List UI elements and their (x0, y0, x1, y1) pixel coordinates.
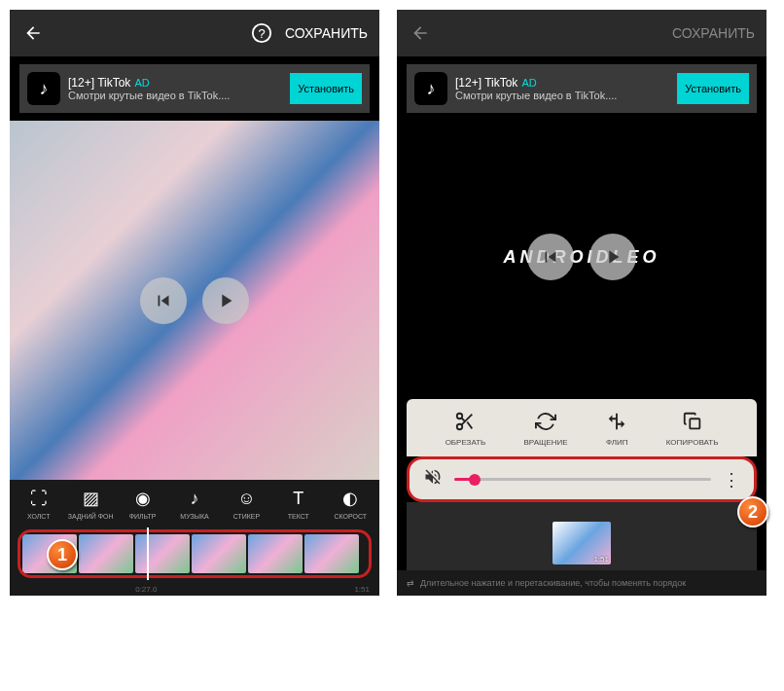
timeline-thumb (79, 534, 133, 573)
background-icon: ▨ (83, 488, 99, 509)
playhead[interactable] (147, 527, 149, 580)
tiktok-icon: ♪ (27, 72, 60, 105)
header: ? СОХРАНИТЬ (10, 10, 379, 56)
svg-text:?: ? (258, 26, 265, 41)
prev-button[interactable] (140, 277, 187, 324)
scissors-icon (454, 411, 476, 434)
back-button[interactable] (21, 21, 45, 45)
phone-left: ? СОХРАНИТЬ ♪ [12+] TikTokAD Смотри крут… (10, 10, 379, 596)
timeline-thumb (248, 534, 303, 573)
drag-icon: ⇄ (407, 578, 414, 588)
ad-text: [12+] TikTokAD Смотри крутые видео в Tik… (68, 76, 282, 101)
copy-icon (682, 411, 703, 434)
tool-speed[interactable]: ◐СКОРОСТ (326, 488, 375, 520)
flip-icon (606, 411, 627, 434)
ad-title: [12+] TikTok (68, 76, 130, 90)
svg-rect-4 (616, 414, 618, 430)
play-button[interactable] (202, 277, 249, 324)
time-total: 1:51 (354, 585, 370, 594)
text-icon: T (293, 488, 303, 509)
ad-badge: AD (134, 77, 149, 89)
save-button[interactable]: СОХРАНИТЬ (672, 25, 755, 41)
timeline-thumb (135, 534, 190, 573)
mute-icon[interactable] (423, 467, 443, 491)
tool-text[interactable]: TТЕКСТ (273, 488, 323, 520)
play-button[interactable] (589, 234, 636, 280)
tool-canvas[interactable]: ⛶ХОЛСТ (14, 488, 63, 520)
edit-panel: ОБРЕЗАТЬ ВРАЩЕНИЕ ФЛИП КОПИРОВАТЬ (407, 399, 757, 456)
svg-point-2 (457, 414, 463, 419)
ad-badge: AD (521, 77, 536, 89)
phone-right: СОХРАНИТЬ ♪ [12+] TikTokAD Смотри крутые… (397, 10, 766, 596)
video-preview[interactable]: ANDROIDLEO (397, 121, 766, 393)
tool-rotate[interactable]: ВРАЩЕНИЕ (524, 411, 568, 447)
ad-text: [12+] TikTokAD Смотри крутые видео в Tik… (455, 76, 669, 101)
svg-rect-5 (690, 418, 699, 428)
tool-background[interactable]: ▨ЗАДНИЙ ФОН (65, 488, 115, 520)
canvas-icon: ⛶ (30, 488, 48, 509)
timeline-thumb (192, 534, 246, 573)
video-preview[interactable] (10, 121, 379, 480)
ad-install-button[interactable]: Установить (677, 73, 749, 104)
time-current: 0:27.0 (135, 585, 157, 594)
edit-tools: ОБРЕЗАТЬ ВРАЩЕНИЕ ФЛИП КОПИРОВАТЬ (407, 407, 757, 456)
clip-area: 1:51 (407, 502, 757, 570)
ad-banner[interactable]: ♪ [12+] TikTokAD Смотри крутые видео в T… (19, 64, 370, 113)
callout-1: 1 (47, 539, 78, 570)
filter-icon: ◉ (135, 488, 151, 509)
volume-row: ⋮ (407, 456, 757, 502)
ad-title: [12+] TikTok (455, 76, 517, 90)
ad-banner[interactable]: ♪ [12+] TikTokAD Смотри крутые видео в T… (407, 64, 757, 113)
play-controls (140, 277, 249, 324)
volume-slider[interactable] (454, 478, 711, 481)
more-button[interactable]: ⋮ (723, 469, 740, 491)
tiktok-icon: ♪ (414, 72, 447, 105)
clip-thumb[interactable]: 1:51 (552, 522, 611, 564)
back-button[interactable] (409, 21, 432, 45)
tool-copy[interactable]: КОПИРОВАТЬ (666, 411, 719, 447)
hint-text: Длительное нажатие и перетаскивание, что… (420, 578, 686, 588)
tool-sticker[interactable]: ☺СТИКЕР (222, 488, 271, 520)
hint-bar: ⇄ Длительное нажатие и перетаскивание, ч… (397, 570, 766, 596)
ad-subtitle: Смотри крутые видео в TikTok.... (455, 90, 669, 101)
rotate-icon (535, 411, 556, 434)
svg-point-3 (457, 424, 463, 430)
sticker-icon: ☺ (237, 488, 255, 509)
music-icon: ♪ (190, 488, 198, 509)
callout-2: 2 (737, 496, 768, 527)
save-button[interactable]: СОХРАНИТЬ (285, 25, 368, 41)
tool-flip[interactable]: ФЛИП (606, 411, 628, 447)
prev-button[interactable] (527, 234, 574, 280)
bottom-toolbar: ⛶ХОЛСТ ▨ЗАДНИЙ ФОН ◉ФИЛЬТР ♪МУЗЫКА ☺СТИК… (10, 480, 379, 524)
slider-knob[interactable] (469, 474, 481, 486)
header: СОХРАНИТЬ (397, 10, 766, 56)
speed-icon: ◐ (342, 488, 358, 509)
ad-subtitle: Смотри крутые видео в TikTok.... (68, 90, 282, 101)
timeline-thumb (304, 534, 359, 573)
tool-filter[interactable]: ◉ФИЛЬТР (118, 488, 167, 520)
tool-music[interactable]: ♪МУЗЫКА (169, 488, 219, 520)
play-controls (527, 234, 636, 280)
tool-crop[interactable]: ОБРЕЗАТЬ (445, 411, 486, 447)
clip-duration: 1:51 (593, 555, 609, 564)
help-button[interactable]: ? (250, 21, 273, 45)
ad-install-button[interactable]: Установить (290, 73, 362, 104)
